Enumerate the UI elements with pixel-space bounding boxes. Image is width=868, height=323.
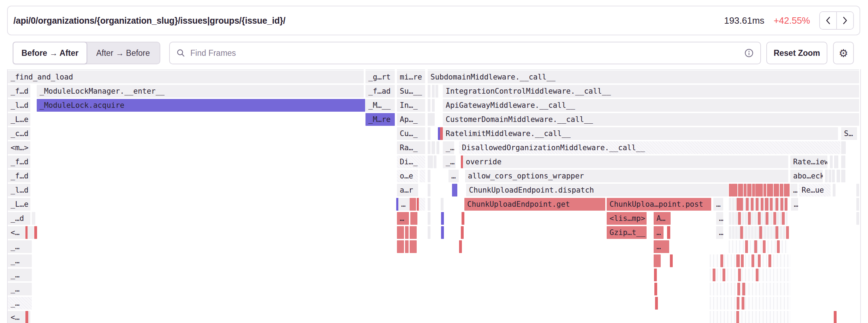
- flamegraph-frame-sliver[interactable]: [432, 85, 435, 98]
- flamegraph-frame-sliver[interactable]: [405, 226, 409, 239]
- flamegraph-frame-sliver[interactable]: [830, 155, 833, 168]
- flamegraph-frame[interactable]: RatelimitMiddleware.__call__: [443, 127, 838, 140]
- flamegraph-frame-sliver[interactable]: [723, 269, 725, 281]
- flamegraph-frame-sliver[interactable]: [441, 198, 444, 211]
- flamegraph-frame-sliver[interactable]: [736, 254, 740, 267]
- flamegraph-frame[interactable]: Rate…iew: [790, 155, 827, 168]
- flamegraph-frame[interactable]: In…_: [397, 99, 425, 112]
- flamegraph-frame-sliver[interactable]: [405, 240, 409, 253]
- flamegraph-frame-sliver[interactable]: [428, 127, 430, 140]
- flamegraph-frame-sliver[interactable]: [441, 226, 444, 239]
- flamegraph-frame[interactable]: _…: [443, 141, 454, 154]
- flamegraph-frame-sliver[interactable]: [751, 198, 754, 211]
- flamegraph-frame-sliver[interactable]: [428, 141, 430, 154]
- flamegraph-frame-sliver[interactable]: [745, 240, 748, 253]
- flamegraph-frame-sliver[interactable]: [754, 240, 757, 253]
- flamegraph-frame-sliver[interactable]: [834, 155, 838, 168]
- flamegraph-frame[interactable]: DisallowedOrganizationMiddleware.__call_…: [459, 141, 840, 154]
- flamegraph-frame-sliver[interactable]: [744, 184, 747, 196]
- flamegraph-frame-sliver[interactable]: [736, 311, 739, 323]
- flamegraph-frame-sliver[interactable]: [720, 254, 723, 267]
- flamegraph-frame-sliver[interactable]: [737, 198, 739, 211]
- flamegraph-frame-sliver[interactable]: [785, 198, 787, 211]
- flamegraph-frame-sliver[interactable]: [432, 141, 435, 154]
- segment-before-after[interactable]: Before → After: [13, 42, 87, 64]
- flamegraph-frame-sliver[interactable]: [775, 226, 778, 239]
- flamegraph-frame[interactable]: …: [791, 198, 798, 211]
- flamegraph-frame-sliver[interactable]: [710, 283, 791, 295]
- flamegraph-frame-sliver[interactable]: [432, 113, 435, 126]
- flamegraph-frame-sliver[interactable]: [841, 155, 845, 168]
- flamegraph-frame[interactable]: _l…d: [8, 184, 30, 196]
- flamegraph-frame-sliver[interactable]: [758, 212, 761, 225]
- flamegraph-frame-sliver[interactable]: [459, 240, 462, 253]
- flamegraph-frame[interactable]: override: [463, 155, 788, 168]
- flamegraph-frame-sliver[interactable]: [758, 184, 763, 196]
- flamegraph-frame-sliver[interactable]: [759, 226, 762, 239]
- flamegraph-frame-sliver[interactable]: [430, 155, 433, 168]
- flamegraph-frame[interactable]: CustomerDomainMiddleware.__call__: [443, 113, 859, 126]
- flamegraph-frame[interactable]: _f…d: [8, 155, 30, 168]
- flamegraph-frame-sliver[interactable]: [765, 198, 768, 211]
- flamegraph-frame-sliver[interactable]: [434, 155, 436, 168]
- flamegraph-frame-sliver[interactable]: [410, 226, 417, 239]
- flamegraph-frame-sliver[interactable]: [441, 212, 444, 225]
- flamegraph-frame[interactable]: _c…d: [8, 127, 30, 140]
- flamegraph-frame[interactable]: _find_and_load: [8, 71, 364, 83]
- flamegraph-frame-sliver[interactable]: [428, 170, 430, 182]
- flamegraph-frame[interactable]: abo…eck: [790, 170, 823, 182]
- flamegraph-frame-sliver[interactable]: [739, 198, 743, 211]
- transaction-title[interactable]: /api/0/organizations/{organization_slug}…: [8, 16, 285, 26]
- flamegraph-frame-sliver[interactable]: [828, 170, 831, 182]
- flamegraph-frame[interactable]: _ModuleLockManager.__enter__: [37, 85, 364, 98]
- flamegraph-frame[interactable]: …: [716, 226, 723, 239]
- flamegraph-frame[interactable]: …: [713, 198, 723, 211]
- flamegraph-frame-sliver[interactable]: [742, 283, 745, 295]
- flamegraph-frame-sliver[interactable]: [655, 297, 658, 310]
- search-input[interactable]: [190, 48, 740, 58]
- flamegraph-frame[interactable]: _M…re: [365, 113, 395, 126]
- flamegraph-frame[interactable]: o…e: [397, 170, 418, 182]
- flamegraph-frame[interactable]: Di…_: [397, 155, 425, 168]
- flamegraph-frame-sliver[interactable]: [770, 198, 773, 211]
- flamegraph-frame-sliver[interactable]: [746, 198, 749, 211]
- flamegraph-frame-sliver[interactable]: [654, 283, 657, 295]
- flamegraph-frame-sliver[interactable]: [856, 184, 859, 196]
- flamegraph-frame-sliver[interactable]: [410, 240, 417, 253]
- flamegraph-frame-sliver[interactable]: [747, 184, 751, 196]
- flamegraph-frame[interactable]: mi…re: [397, 71, 425, 83]
- flamegraph-frame-sliver[interactable]: [667, 226, 670, 239]
- flamegraph-frame-sliver[interactable]: [713, 269, 715, 281]
- flamegraph-frame-sliver[interactable]: [452, 184, 457, 196]
- flamegraph-frame-sliver[interactable]: [775, 198, 778, 211]
- flamegraph-frame-sliver[interactable]: [436, 141, 439, 154]
- flamegraph-frame-sliver[interactable]: [737, 283, 740, 295]
- flamegraph-frame-sliver[interactable]: [742, 297, 744, 310]
- flamegraph-frame[interactable]: …: [398, 198, 410, 211]
- flamegraph-frame-sliver[interactable]: [428, 69, 859, 70]
- flamegraph-frame-sliver[interactable]: [780, 184, 783, 196]
- flamegraph-frame-sliver[interactable]: [832, 170, 835, 182]
- flamegraph-frame-sliver[interactable]: [751, 254, 754, 267]
- flamegraph-frame[interactable]: Cu…_: [397, 127, 425, 140]
- flamegraph-frame[interactable]: _…: [443, 155, 456, 168]
- flamegraph-frame-sliver[interactable]: [782, 212, 785, 225]
- flamegraph-frame-sliver[interactable]: [833, 184, 836, 196]
- flamegraph-frame[interactable]: …: [790, 184, 797, 196]
- flamegraph-frame[interactable]: Gzip…t__: [607, 226, 647, 239]
- flamegraph-frame-sliver[interactable]: [428, 99, 430, 112]
- flamegraph-frame-sliver[interactable]: [737, 297, 739, 310]
- flamegraph-frame-sliver[interactable]: [756, 269, 759, 281]
- flamegraph-frame-sliver[interactable]: [34, 226, 37, 239]
- flamegraph-frame-sliver[interactable]: [397, 240, 404, 253]
- flamegraph-frame[interactable]: _L…e: [8, 113, 30, 126]
- flamegraph-frame-sliver[interactable]: [856, 212, 859, 225]
- flamegraph-frame-sliver[interactable]: [763, 240, 766, 253]
- flamegraph-frame-sliver[interactable]: [462, 212, 464, 225]
- flamegraph-frame[interactable]: IntegrationControlMiddleware.__call__: [443, 85, 859, 98]
- flamegraph-frame-sliver[interactable]: [397, 226, 404, 239]
- flamegraph-frame-sliver[interactable]: [768, 254, 771, 267]
- flamegraph-frame[interactable]: …: [654, 226, 664, 239]
- flamegraph-frame-sliver[interactable]: [710, 311, 791, 323]
- flamegraph-frame-sliver[interactable]: [752, 184, 755, 196]
